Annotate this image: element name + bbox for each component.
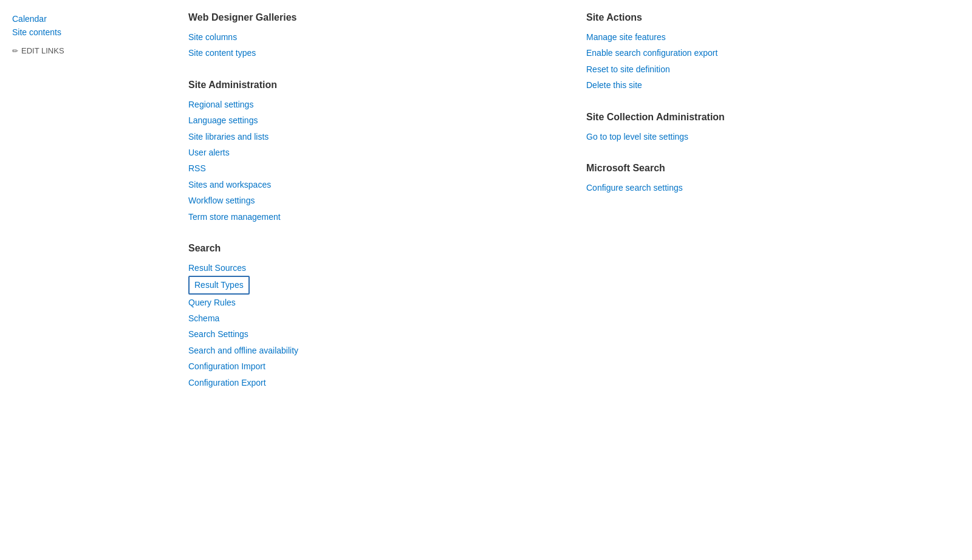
- section-microsoft-search: Microsoft Search Configure search settin…: [586, 163, 948, 196]
- link-language-settings[interactable]: Language settings: [188, 112, 550, 128]
- link-result-types[interactable]: Result Types: [188, 276, 250, 294]
- link-manage-site-features[interactable]: Manage site features: [586, 29, 948, 45]
- link-configure-search-settings[interactable]: Configure search settings: [586, 180, 948, 196]
- section-title-site-administration: Site Administration: [188, 80, 550, 90]
- link-enable-search-config[interactable]: Enable search configuration export: [586, 45, 948, 61]
- link-search-offline[interactable]: Search and offline availability: [188, 343, 550, 358]
- link-config-export[interactable]: Configuration Export: [188, 375, 550, 391]
- link-rss[interactable]: RSS: [188, 160, 550, 176]
- section-site-collection-admin: Site Collection Administration Go to top…: [586, 112, 948, 145]
- link-config-import[interactable]: Configuration Import: [188, 358, 550, 374]
- sidebar-item-calendar[interactable]: Calendar: [12, 12, 164, 26]
- link-workflow-settings[interactable]: Workflow settings: [188, 193, 550, 208]
- link-reset-site-definition[interactable]: Reset to site definition: [586, 61, 948, 77]
- link-regional-settings[interactable]: Regional settings: [188, 97, 550, 112]
- link-result-sources[interactable]: Result Sources: [188, 260, 550, 276]
- section-title-microsoft-search: Microsoft Search: [586, 163, 948, 174]
- sidebar: Calendar Site contents ✏ EDIT LINKS: [0, 0, 164, 560]
- link-sites-workspaces[interactable]: Sites and workspaces: [188, 177, 550, 193]
- pencil-icon: ✏: [12, 47, 18, 55]
- right-column: Site Actions Manage site features Enable…: [586, 12, 948, 548]
- main-content: Web Designer Galleries Site columns Site…: [164, 0, 972, 560]
- section-web-designer-galleries: Web Designer Galleries Site columns Site…: [188, 12, 550, 61]
- link-user-alerts[interactable]: User alerts: [188, 145, 550, 160]
- link-query-rules[interactable]: Query Rules: [188, 295, 550, 310]
- link-term-store-management[interactable]: Term store management: [188, 209, 550, 225]
- section-title-site-actions: Site Actions: [586, 12, 948, 23]
- section-title-web-designer-galleries: Web Designer Galleries: [188, 12, 550, 23]
- link-delete-site[interactable]: Delete this site: [586, 77, 948, 93]
- link-go-top-level[interactable]: Go to top level site settings: [586, 129, 948, 145]
- link-search-settings[interactable]: Search Settings: [188, 326, 550, 342]
- link-site-columns[interactable]: Site columns: [188, 29, 550, 45]
- link-site-content-types[interactable]: Site content types: [188, 45, 550, 61]
- left-column: Web Designer Galleries Site columns Site…: [188, 12, 550, 548]
- link-schema[interactable]: Schema: [188, 310, 550, 326]
- link-site-libraries-lists[interactable]: Site libraries and lists: [188, 129, 550, 145]
- edit-links-button[interactable]: ✏ EDIT LINKS: [12, 46, 164, 55]
- section-site-administration: Site Administration Regional settings La…: [188, 80, 550, 225]
- section-search: Search Result Sources Result Types Query…: [188, 243, 550, 391]
- edit-links-label: EDIT LINKS: [21, 46, 64, 55]
- section-title-site-collection-admin: Site Collection Administration: [586, 112, 948, 123]
- sidebar-item-site-contents[interactable]: Site contents: [12, 26, 164, 39]
- section-title-search: Search: [188, 243, 550, 254]
- section-site-actions: Site Actions Manage site features Enable…: [586, 12, 948, 94]
